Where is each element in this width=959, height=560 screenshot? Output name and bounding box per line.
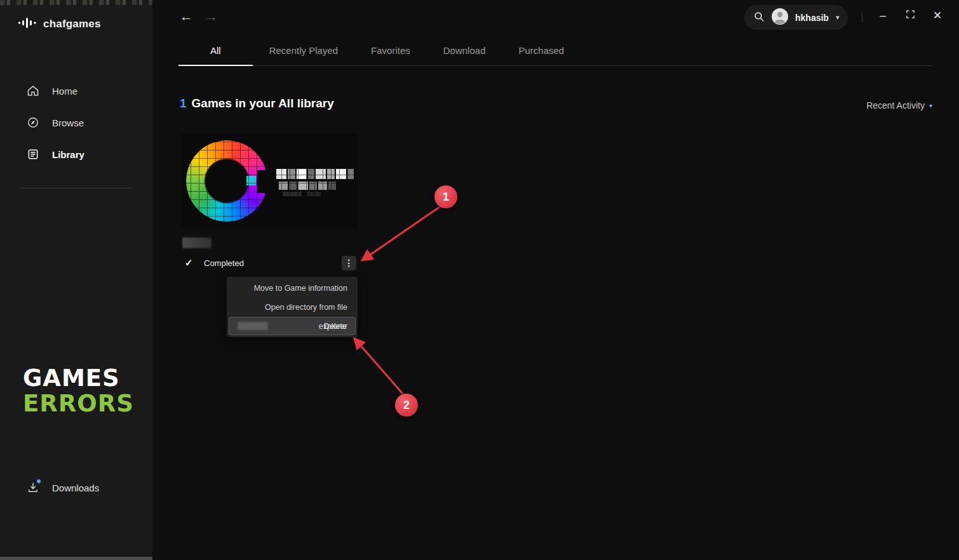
check-icon: ✓ (185, 257, 193, 269)
tab-favorites[interactable]: Favorites (354, 37, 427, 66)
sidebar-top-strip (0, 0, 152, 5)
brand-logo-icon (18, 17, 37, 32)
status-badge: Completed (204, 258, 244, 268)
downloads-icon (27, 481, 39, 494)
game-status-row: ✓ Completed ⋮ (182, 256, 358, 271)
sidebar-nav: Home Browse Library (0, 75, 152, 170)
library-heading-text: Games in your All library (192, 97, 334, 110)
sidebar-item-browse[interactable]: Browse (0, 107, 152, 138)
game-cover[interactable] (182, 133, 358, 229)
kebab-menu-button[interactable]: ⋮ (342, 256, 356, 270)
annotation-badge-2: 2 (395, 394, 418, 417)
redacted-game-name (238, 322, 268, 330)
pixelation-overlay (182, 133, 358, 229)
brand-name: chafgames (43, 18, 101, 30)
app-window: chafgames Home Browse (0, 0, 959, 560)
sidebar-divider (20, 188, 132, 189)
library-icon (27, 148, 39, 161)
sidebar-item-label: Library (52, 149, 84, 160)
search-icon[interactable] (753, 11, 765, 25)
annotation-badge-1: 1 (434, 185, 457, 208)
games-errors-logo: GAMES ERRORS (23, 366, 134, 417)
menu-item-move-to-game-information[interactable]: Move to Game information (229, 279, 356, 298)
game-context-menu: Move to Game information Open directory … (227, 277, 358, 337)
sidebar-item-library[interactable]: Library (0, 138, 152, 170)
user-menu: hkhasib ▾ (744, 5, 848, 30)
sidebar-item-home[interactable]: Home (0, 75, 152, 107)
sidebar-item-downloads[interactable]: Downloads (27, 481, 99, 494)
sidebar-item-label: Home (52, 86, 77, 97)
downloads-notification-dot (37, 479, 41, 483)
compass-icon (27, 116, 39, 129)
watermark-line1: GAMES (23, 366, 134, 391)
avatar[interactable] (772, 8, 788, 27)
maximize-button[interactable] (904, 10, 916, 22)
sort-dropdown[interactable]: Recent Activity ▾ (866, 100, 932, 110)
game-count: 1 (180, 97, 187, 110)
delete-label: Delete (324, 322, 347, 331)
downloads-label: Downloads (52, 483, 99, 493)
tab-purchased[interactable]: Purchased (502, 37, 580, 66)
back-arrow-icon[interactable]: ← (180, 9, 193, 24)
brand[interactable]: chafgames (18, 17, 101, 32)
minimize-button[interactable]: – (876, 10, 889, 22)
library-tabs: All Recently Played Favorites Download P… (178, 37, 932, 66)
home-icon (27, 84, 39, 97)
sort-label: Recent Activity (866, 100, 925, 110)
chevron-down-icon: ▾ (929, 102, 932, 109)
sidebar-item-label: Browse (52, 117, 84, 128)
topbar-divider (862, 13, 862, 23)
library-heading: 1 Games in your All library (180, 97, 334, 110)
tab-download[interactable]: Download (427, 37, 502, 66)
sidebar: chafgames Home Browse (0, 0, 152, 560)
game-title-redacted (182, 237, 211, 248)
watermark-line2: ERRORS (23, 391, 134, 417)
window-controls: – ✕ (876, 9, 944, 22)
history-nav: ← → (180, 9, 218, 24)
menu-item-open-directory[interactable]: Open directory from file explorer (229, 298, 356, 317)
chevron-down-icon[interactable]: ▾ (836, 13, 840, 22)
username-label[interactable]: hkhasib (795, 13, 829, 23)
sidebar-bottom-strip (0, 557, 152, 560)
tab-all[interactable]: All (178, 37, 253, 66)
forward-arrow-icon[interactable]: → (205, 9, 218, 24)
close-button[interactable]: ✕ (931, 9, 944, 22)
tab-recently-played[interactable]: Recently Played (253, 37, 354, 66)
